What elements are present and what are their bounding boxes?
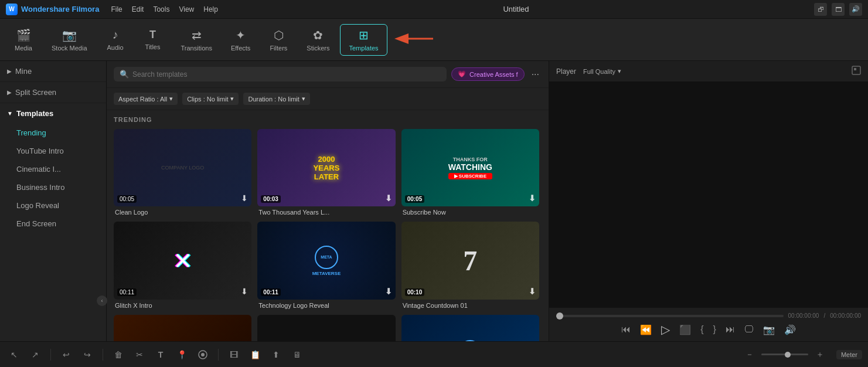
tool-select-button[interactable]: ↖	[6, 346, 22, 363]
player-stop-button[interactable]: ⬛	[679, 324, 691, 335]
player-camera-button[interactable]: 📷	[763, 324, 775, 335]
template-card-business[interactable]: B BUSINESS ⬇ Business Promo	[401, 315, 539, 341]
toolbar-media[interactable]: 🎬 Media	[6, 25, 41, 55]
toolbar-templates-label: Templates	[349, 45, 378, 52]
sidebar-mine-label: Mine	[15, 67, 32, 76]
player-skip-back-button[interactable]: ⏮	[621, 324, 631, 335]
sidebar-youtube-label: YouTube Intro	[16, 147, 64, 155]
tool-redo-button[interactable]: ↪	[79, 346, 96, 363]
tool-clip-button[interactable]: 📋	[247, 346, 263, 363]
two-thousand-thumb-text: 2000YEARSLATER	[314, 155, 340, 181]
sidebar-section-mine[interactable]: ▶ Mine	[0, 61, 106, 82]
progress-knob[interactable]	[556, 312, 563, 320]
clips-filter[interactable]: Clips : No limit ▾	[182, 93, 239, 105]
tool-screen-button[interactable]: 🖥	[289, 346, 305, 363]
metaverse-download-icon[interactable]: ⬇	[385, 287, 392, 296]
main-toolbar: 🎬 Media 📷 Stock Media ♪ Audio T Titles ⇄…	[0, 19, 868, 61]
player-snapshot-button[interactable]: 🖵	[744, 324, 754, 335]
toolbar-templates[interactable]: ⊞ Templates	[340, 24, 387, 56]
player-buttons: ⏮ ⏪ ▷ ⬛ { } ⏭ 🖵 📷 🔊	[556, 322, 861, 337]
window-close-button[interactable]: 🔊	[849, 3, 862, 16]
menu-edit[interactable]: Edit	[132, 5, 144, 13]
template-card-two-thousand[interactable]: 2000YEARSLATER 00:03 ⬇ Two Thousand Year…	[257, 129, 395, 216]
template-card-vintage[interactable]: 7 00:10 ⬇ Vintage Countdown 01	[401, 222, 539, 308]
tool-delete-button[interactable]: 🗑	[110, 346, 127, 363]
sidebar-item-trending[interactable]: Trending	[0, 124, 106, 142]
toolbar-stickers[interactable]: ✿ Stickers	[298, 25, 338, 55]
quality-selector[interactable]: Full Quality ▾	[583, 67, 621, 75]
quality-label: Full Quality	[583, 68, 615, 75]
templates-icon: ⊞	[359, 28, 369, 42]
tool-undo-button[interactable]: ↩	[58, 346, 74, 363]
sidebar-item-youtube-intro[interactable]: YouTube Intro	[0, 142, 106, 160]
glitch-thumb-text: ✕	[173, 247, 193, 274]
title-bar: W Wondershare Filmora File Edit Tools Vi…	[0, 0, 868, 19]
template-card-thankyou[interactable]: THANK YOUFOR WATCHING DON'T FORGET TO LI…	[257, 315, 395, 341]
progress-track[interactable]	[556, 315, 784, 317]
creative-assets-button[interactable]: 💗 Creative Assets f	[451, 67, 525, 81]
glitch-download-icon[interactable]: ⬇	[241, 287, 248, 296]
player-mark-button[interactable]: ⏭	[726, 324, 735, 335]
toolbar-stock-media[interactable]: 📷 Stock Media	[43, 25, 96, 55]
window-max-button[interactable]: 🗖	[832, 3, 845, 16]
aspect-ratio-filter[interactable]: Aspect Ratio : All ▾	[114, 93, 178, 105]
menu-help[interactable]: Help	[203, 5, 218, 13]
tool-cut-button[interactable]: ✂	[131, 346, 148, 363]
sidebar-item-cinematic[interactable]: Cinematic I...	[0, 160, 106, 178]
tool-crop-button[interactable]: ↗	[27, 346, 43, 363]
zoom-in-button[interactable]: ＋	[812, 346, 828, 363]
tool-marker-button[interactable]: 📍	[173, 346, 190, 363]
more-options-button[interactable]: ···	[529, 69, 542, 80]
clips-label: Clips : No limit	[187, 96, 228, 103]
toolbar-titles[interactable]: T Titles	[135, 25, 171, 54]
toolbar-effects[interactable]: ✦ Effects	[223, 25, 258, 55]
template-thumb-fire: 3 ⬇	[114, 315, 251, 341]
menu-view[interactable]: View	[179, 5, 194, 13]
duration-chevron-icon: ▾	[302, 95, 305, 103]
menu-tools[interactable]: Tools	[153, 5, 169, 13]
filters-icon: ⬡	[274, 28, 284, 42]
template-thumb-glitch: ✕ 00:11 ⬇	[114, 222, 251, 299]
tool-export-button[interactable]: ⬆	[268, 346, 284, 363]
two-thousand-download-icon[interactable]: ⬇	[385, 193, 392, 203]
duration-filter[interactable]: Duration : No limit ▾	[243, 93, 309, 105]
player-expand-icon[interactable]	[852, 66, 861, 77]
quality-chevron-icon: ▾	[618, 67, 621, 75]
player-step-back-button[interactable]: ⏪	[640, 324, 652, 335]
template-card-metaverse[interactable]: META METAVERSE 00:11 ⬇ Technology Logo R…	[257, 222, 395, 308]
sidebar-section-templates[interactable]: ▼ Templates	[0, 103, 106, 124]
tool-text-button[interactable]: T	[152, 346, 169, 363]
player-bracket-open-button[interactable]: {	[700, 324, 703, 335]
template-card-glitch[interactable]: ✕ 00:11 ⬇ Glitch X Intro	[114, 222, 251, 308]
template-card-subscribe[interactable]: THANKS FOR WATCHING ▶ SUBSCRIBE 00:05 ⬇ …	[401, 129, 539, 216]
sidebar-item-end-screen[interactable]: End Screen	[0, 215, 106, 233]
player-bracket-close-button[interactable]: }	[713, 324, 716, 335]
sidebar-collapse-button[interactable]: ‹	[97, 295, 107, 306]
subscribe-download-icon[interactable]: ⬇	[529, 193, 536, 203]
sidebar-section-split-screen[interactable]: ▶ Split Screen	[0, 82, 106, 103]
template-card-fire[interactable]: 3 ⬇ Fire Countdown	[114, 315, 251, 341]
subscribe-badge: ▶ SUBSCRIBE	[448, 173, 492, 179]
toolbar-filters[interactable]: ⬡ Filters	[261, 25, 296, 55]
toolbar-transitions[interactable]: ⇄ Transitions	[173, 25, 220, 55]
search-input[interactable]	[132, 70, 441, 79]
tool-ai-button[interactable]	[195, 346, 211, 363]
meter-label: Meter	[836, 350, 862, 359]
menu-file[interactable]: File	[111, 5, 122, 13]
window-min-button[interactable]: 🗗	[814, 3, 827, 16]
clean-logo-download-icon[interactable]: ⬇	[241, 193, 248, 203]
zoom-slider[interactable]	[761, 354, 808, 355]
panel-top-bar: 🔍 💗 Creative Assets f ···	[107, 61, 549, 88]
metaverse-name: Technology Logo Reveal	[257, 302, 395, 309]
tool-filmstrip-button[interactable]: 🎞	[226, 346, 242, 363]
search-icon: 🔍	[120, 70, 129, 79]
zoom-out-button[interactable]: －	[741, 346, 758, 363]
player-play-button[interactable]: ▷	[661, 322, 670, 337]
sidebar-item-business-intro[interactable]: Business Intro	[0, 178, 106, 196]
toolbar-media-label: Media	[15, 45, 32, 52]
vintage-download-icon[interactable]: ⬇	[529, 287, 536, 296]
sidebar-item-logo-reveal[interactable]: Logo Reveal	[0, 196, 106, 215]
toolbar-audio[interactable]: ♪ Audio	[98, 25, 133, 55]
template-card-clean-logo[interactable]: COMPANY LOGO 00:05 ⬇ Clean Logo	[114, 129, 251, 216]
player-volume-button[interactable]: 🔊	[784, 324, 796, 335]
